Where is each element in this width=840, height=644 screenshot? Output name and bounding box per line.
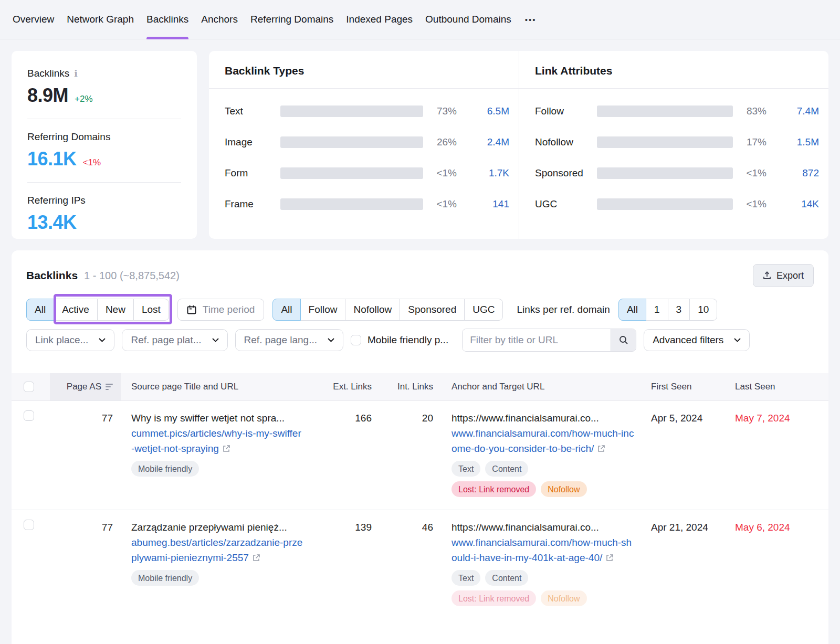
- status-new-button[interactable]: New: [97, 299, 134, 321]
- mobile-friendly-badge: Mobile friendly: [131, 570, 199, 586]
- bar-track: [280, 167, 423, 179]
- bar-track: [597, 136, 733, 148]
- source-url-link[interactable]: abumeg.best/articles/zarzadzanie-przeply…: [131, 535, 304, 565]
- bar-value-link[interactable]: 1.5M: [766, 136, 819, 148]
- metric-refips-value[interactable]: 13.4K: [27, 212, 77, 234]
- metric-backlinks-value: 8.9M: [27, 85, 68, 107]
- backlink-types-title: Backlink Types: [209, 51, 519, 89]
- search-input[interactable]: [463, 329, 611, 351]
- column-header-ext-links[interactable]: Ext. Links: [321, 382, 374, 392]
- export-icon: [763, 271, 771, 280]
- anchor-text: https://www.financialsamurai.co...: [452, 410, 634, 426]
- target-url-link[interactable]: www.financialsamurai.com/how-much-income…: [452, 426, 634, 456]
- links-per-domain-label: Links per ref. domain: [517, 304, 610, 315]
- column-header-first-seen[interactable]: First Seen: [636, 382, 723, 392]
- bar-value-link[interactable]: 6.5M: [457, 105, 509, 117]
- row-checkbox[interactable]: [24, 410, 34, 421]
- table-header-row: Page AS Source page Title and URL Ext. L…: [12, 373, 828, 400]
- lpd-10-button[interactable]: 10: [689, 299, 717, 321]
- search-button[interactable]: [611, 329, 636, 351]
- bar-value-link[interactable]: 14K: [766, 198, 819, 210]
- mobile-friendly-label: Mobile friendly p...: [368, 334, 448, 346]
- info-icon[interactable]: i: [74, 68, 77, 79]
- column-header-page-as[interactable]: Page AS: [50, 373, 121, 400]
- page-as-value: 77: [50, 410, 121, 497]
- follow-ugc-button[interactable]: UGC: [464, 299, 503, 321]
- lpd-1-button[interactable]: 1: [646, 299, 668, 321]
- bar-track: [597, 198, 733, 210]
- tab-backlinks[interactable]: Backlinks: [146, 0, 188, 39]
- bar-value-link[interactable]: 872: [766, 167, 819, 179]
- tab-overview[interactable]: Overview: [13, 0, 54, 39]
- panel-title: Backlinks: [26, 269, 78, 282]
- column-header-int-links[interactable]: Int. Links: [374, 382, 435, 392]
- external-link-icon: [222, 445, 230, 453]
- follow-follow-button[interactable]: Follow: [300, 299, 346, 321]
- tab-indexed-pages[interactable]: Indexed Pages: [346, 0, 413, 39]
- follow-all-button[interactable]: All: [272, 299, 300, 321]
- follow-nofollow-button[interactable]: Nofollow: [345, 299, 400, 321]
- status-segmented-control: All Active New Lost: [26, 299, 169, 321]
- last-seen-date: May 7, 2024: [723, 410, 828, 497]
- more-tabs-icon[interactable]: •••: [524, 13, 538, 26]
- metric-backlinks-delta: +2%: [75, 94, 93, 104]
- search-icon: [619, 335, 628, 345]
- row-checkbox[interactable]: [24, 520, 34, 530]
- export-button[interactable]: Export: [753, 264, 814, 287]
- tab-network-graph[interactable]: Network Graph: [67, 0, 134, 39]
- metric-backlinks-label: Backlinks: [27, 68, 69, 79]
- bar-value-link[interactable]: 1.7K: [457, 167, 509, 179]
- lpd-3-button[interactable]: 3: [668, 299, 690, 321]
- bar-row-ugc: UGC <1% 14K: [535, 198, 819, 210]
- first-seen-date: Apr 21, 2024: [636, 520, 723, 606]
- last-seen-date: May 6, 2024: [723, 520, 828, 606]
- tab-outbound-domains[interactable]: Outbound Domains: [425, 0, 511, 39]
- follow-sponsored-button[interactable]: Sponsored: [400, 299, 465, 321]
- bar-value-link[interactable]: 2.4M: [457, 136, 509, 148]
- lpd-all-button[interactable]: All: [618, 299, 646, 321]
- target-url-link[interactable]: www.financialsamurai.com/how-much-should…: [452, 535, 634, 565]
- time-period-button[interactable]: Time period: [177, 299, 265, 321]
- link-type-badge: Text: [452, 461, 480, 477]
- bar-row-nofollow: Nofollow 17% 1.5M: [535, 136, 819, 148]
- ref-page-language-dropdown[interactable]: Ref. page lang...: [235, 329, 343, 351]
- bar-row-form: Form <1% 1.7K: [225, 167, 509, 179]
- column-header-last-seen[interactable]: Last Seen: [723, 382, 828, 392]
- source-title: Why is my swiffer wetjet not spra...: [131, 410, 319, 426]
- link-type-badge: Content: [485, 461, 528, 477]
- tab-anchors[interactable]: Anchors: [201, 0, 238, 39]
- table-row: 77 Zarządzanie przepływami pienięż... ab…: [12, 510, 828, 619]
- status-active-button[interactable]: Active: [54, 299, 98, 321]
- column-header-anchor[interactable]: Anchor and Target URL: [435, 382, 636, 392]
- chevron-down-icon: [734, 338, 741, 342]
- chevron-down-icon: [328, 338, 334, 342]
- metric-refdomains-value[interactable]: 16.1K: [27, 148, 77, 170]
- ext-links-value: 166: [321, 410, 374, 497]
- metric-refips-label: Referring IPs: [27, 195, 86, 206]
- bar-value-link[interactable]: 7.4M: [766, 105, 819, 117]
- bar-value-link[interactable]: 141: [457, 198, 509, 210]
- column-header-source[interactable]: Source page Title and URL: [121, 382, 321, 392]
- filter-row-1: All Active New Lost Time period All Foll…: [12, 299, 828, 321]
- advanced-filters-dropdown[interactable]: Advanced filters: [644, 329, 750, 351]
- mobile-friendly-badge: Mobile friendly: [131, 461, 199, 477]
- select-all-checkbox[interactable]: [24, 382, 34, 392]
- bar-track: [280, 105, 423, 117]
- backlinks-table-panel: Backlinks 1 - 100 (~8,875,542) Export Al…: [12, 250, 828, 644]
- bar-track: [280, 136, 423, 148]
- status-all-button[interactable]: All: [26, 299, 54, 321]
- status-lost-button[interactable]: Lost: [133, 299, 169, 321]
- divider: [27, 119, 181, 119]
- tab-referring-domains[interactable]: Referring Domains: [250, 0, 333, 39]
- link-attributes-chart: Link Attributes Follow 83% 7.4M Nofollow…: [519, 51, 828, 239]
- mobile-friendly-checkbox[interactable]: [351, 335, 361, 345]
- ref-page-platform-dropdown[interactable]: Ref. page plat...: [122, 329, 227, 351]
- source-url-link[interactable]: cummet.pics/articles/why-is-my-swiffer-w…: [131, 426, 304, 456]
- anchor-text: https://www.financialsamurai.co...: [452, 520, 634, 535]
- first-seen-date: Apr 5, 2024: [636, 410, 723, 497]
- follow-segmented-control: All Follow Nofollow Sponsored UGC: [272, 299, 503, 321]
- metric-refdomains-label: Referring Domains: [27, 131, 110, 143]
- link-placement-dropdown[interactable]: Link place...: [26, 329, 114, 351]
- top-nav: Overview Network Graph Backlinks Anchors…: [0, 0, 840, 39]
- backlink-types-chart: Backlink Types Text 73% 6.5M Image 26% 2…: [209, 51, 519, 239]
